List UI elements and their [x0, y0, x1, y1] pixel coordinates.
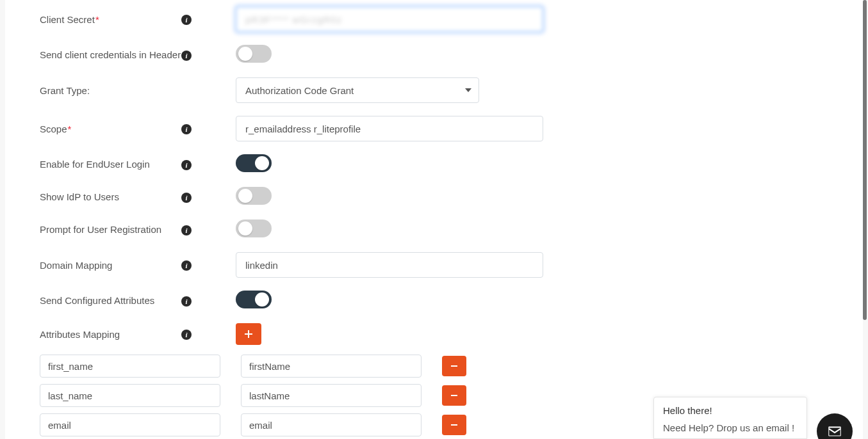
domain-mapping-input[interactable] [236, 252, 543, 278]
svg-rect-3 [451, 395, 457, 396]
label-grant-type: Grant Type: [5, 85, 181, 96]
minus-icon [450, 391, 459, 400]
scrollbar-thumb[interactable] [863, 0, 867, 320]
plus-icon [243, 329, 254, 339]
mapping-row [5, 351, 863, 381]
label-show-idp: Show IdP to Users [5, 191, 181, 202]
row-scope: Scope* i [5, 109, 863, 148]
label-domain-mapping: Domain Mapping [5, 260, 181, 271]
info-icon[interactable]: i [181, 15, 192, 25]
mapping-local-input[interactable] [40, 413, 220, 436]
grant-type-select[interactable]: Authorization Code Grant [236, 77, 479, 103]
label-send-configured: Send Configured Attributes [5, 295, 181, 306]
toggle-send-configured[interactable] [236, 291, 272, 308]
chat-greeting: Hello there! [663, 405, 798, 416]
label-enable-enduser: Enable for EndUser Login [5, 159, 181, 170]
row-enable-enduser: Enable for EndUser Login i [5, 148, 863, 180]
config-form: Client Secret* i Send client credentials… [5, 0, 863, 439]
label-client-secret: Client Secret* [5, 14, 181, 25]
mapping-local-input[interactable] [40, 384, 220, 407]
remove-mapping-button[interactable] [442, 356, 466, 376]
row-attr-mapping: Attributes Mapping i [5, 317, 863, 351]
client-secret-input[interactable] [236, 6, 543, 32]
toggle-enable-enduser[interactable] [236, 154, 272, 172]
row-send-configured: Send Configured Attributes i [5, 284, 863, 317]
chat-prompt: Need Help? Drop us an email ! [663, 422, 798, 433]
add-mapping-button[interactable] [236, 323, 261, 345]
info-icon[interactable]: i [181, 225, 192, 235]
toggle-prompt-reg[interactable] [236, 219, 272, 237]
info-icon[interactable]: i [181, 193, 192, 203]
info-icon[interactable]: i [181, 330, 192, 340]
info-icon[interactable]: i [181, 160, 192, 170]
remove-mapping-button[interactable] [442, 385, 466, 406]
info-icon[interactable]: i [181, 124, 192, 134]
svg-rect-2 [451, 365, 457, 367]
row-show-idp: Show IdP to Users i [5, 180, 863, 213]
mapping-remote-input[interactable] [241, 355, 422, 378]
svg-rect-1 [245, 333, 252, 335]
row-grant-type: Grant Type: Authorization Code Grant [5, 71, 863, 109]
row-prompt-reg: Prompt for User Registration i [5, 213, 863, 246]
mapping-remote-input[interactable] [241, 413, 422, 436]
row-client-secret: Client Secret* i [5, 0, 863, 38]
mapping-remote-input[interactable] [241, 384, 422, 407]
minus-icon [450, 420, 459, 429]
scope-input[interactable] [236, 116, 543, 141]
mail-icon [826, 423, 843, 439]
info-icon[interactable]: i [181, 51, 192, 61]
svg-rect-4 [451, 424, 457, 426]
label-prompt-reg: Prompt for User Registration [5, 224, 181, 235]
chat-popup[interactable]: Hello there! Need Help? Drop us an email… [653, 397, 807, 439]
info-icon[interactable]: i [181, 260, 192, 271]
remove-mapping-button[interactable] [442, 415, 466, 435]
toggle-send-header[interactable] [236, 45, 272, 63]
minus-icon [450, 362, 459, 371]
row-domain-mapping: Domain Mapping i [5, 246, 863, 284]
mapping-local-input[interactable] [40, 355, 220, 378]
scrollbar[interactable] [863, 0, 867, 439]
toggle-show-idp[interactable] [236, 187, 272, 205]
label-attr-mapping: Attributes Mapping [5, 329, 181, 340]
label-send-header: Send client credentials in Header [5, 49, 181, 60]
info-icon[interactable]: i [181, 296, 192, 307]
label-scope: Scope* [5, 124, 181, 134]
row-send-header: Send client credentials in Header i [5, 38, 863, 71]
